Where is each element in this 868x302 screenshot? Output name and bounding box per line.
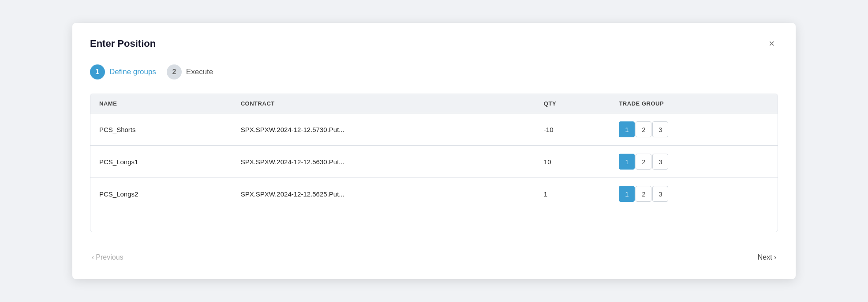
trade-group-btn-1-row-1[interactable]: 1 [619, 154, 635, 170]
table-row: PCS_Longs1SPX.SPXW.2024-12-12.5630.Put..… [90, 146, 778, 178]
close-button[interactable]: × [765, 37, 778, 50]
cell-name: PCS_Longs1 [90, 146, 232, 178]
modal-header: Enter Position × [90, 37, 778, 50]
step-1: 1 Define groups [90, 64, 156, 79]
cell-contract: SPX.SPXW.2024-12-12.5630.Put... [232, 146, 535, 178]
table-row: PCS_ShortsSPX.SPXW.2024-12-12.5730.Put..… [90, 113, 778, 146]
cell-qty: 10 [535, 146, 610, 178]
trade-group-btn-3-row-0[interactable]: 3 [652, 121, 668, 137]
cell-trade-group: 123 [610, 113, 778, 146]
enter-position-modal: Enter Position × 1 Define groups 2 Execu… [72, 23, 796, 279]
col-qty: QTY [535, 94, 610, 113]
table-row: PCS_Longs2SPX.SPXW.2024-12-12.5625.Put..… [90, 178, 778, 210]
col-contract: CONTRACT [232, 94, 535, 113]
modal-title: Enter Position [90, 38, 156, 49]
next-button[interactable]: Next › [756, 250, 778, 265]
col-name: NAME [90, 94, 232, 113]
cell-trade-group: 123 [610, 146, 778, 178]
step-2-label: Execute [186, 68, 213, 76]
cell-qty: 1 [535, 178, 610, 210]
trade-group-btn-1-row-2[interactable]: 1 [619, 186, 635, 202]
cell-trade-group: 123 [610, 178, 778, 210]
trade-group-btn-2-row-1[interactable]: 2 [636, 154, 651, 170]
step-2-circle: 2 [167, 64, 182, 79]
trade-group-btn-2-row-2[interactable]: 2 [636, 186, 651, 202]
modal-footer: ‹ Previous Next › [90, 246, 778, 265]
step-1-circle: 1 [90, 64, 105, 79]
cell-name: PCS_Shorts [90, 113, 232, 146]
trade-group-btn-3-row-2[interactable]: 3 [652, 186, 668, 202]
trade-group-btn-1-row-0[interactable]: 1 [619, 121, 635, 137]
step-2: 2 Execute [167, 64, 213, 79]
prev-chevron-icon: ‹ [92, 253, 94, 261]
col-trade-group: TRADE GROUP [610, 94, 778, 113]
trade-group-btn-2-row-0[interactable]: 2 [636, 121, 651, 137]
position-table-wrap: NAME CONTRACT QTY TRADE GROUP PCS_Shorts… [90, 94, 778, 232]
trade-group-buttons: 123 [619, 121, 769, 137]
trade-group-buttons: 123 [619, 154, 769, 170]
steps-container: 1 Define groups 2 Execute [90, 64, 778, 79]
table-header-row: NAME CONTRACT QTY TRADE GROUP [90, 94, 778, 113]
trade-group-btn-3-row-1[interactable]: 3 [652, 154, 668, 170]
cell-contract: SPX.SPXW.2024-12-12.5730.Put... [232, 113, 535, 146]
next-chevron-icon: › [774, 253, 776, 261]
trade-group-buttons: 123 [619, 186, 769, 202]
cell-qty: -10 [535, 113, 610, 146]
cell-contract: SPX.SPXW.2024-12-12.5625.Put... [232, 178, 535, 210]
cell-name: PCS_Longs2 [90, 178, 232, 210]
step-1-label: Define groups [109, 68, 156, 76]
previous-button[interactable]: ‹ Previous [90, 250, 125, 265]
position-table: NAME CONTRACT QTY TRADE GROUP PCS_Shorts… [90, 94, 778, 210]
